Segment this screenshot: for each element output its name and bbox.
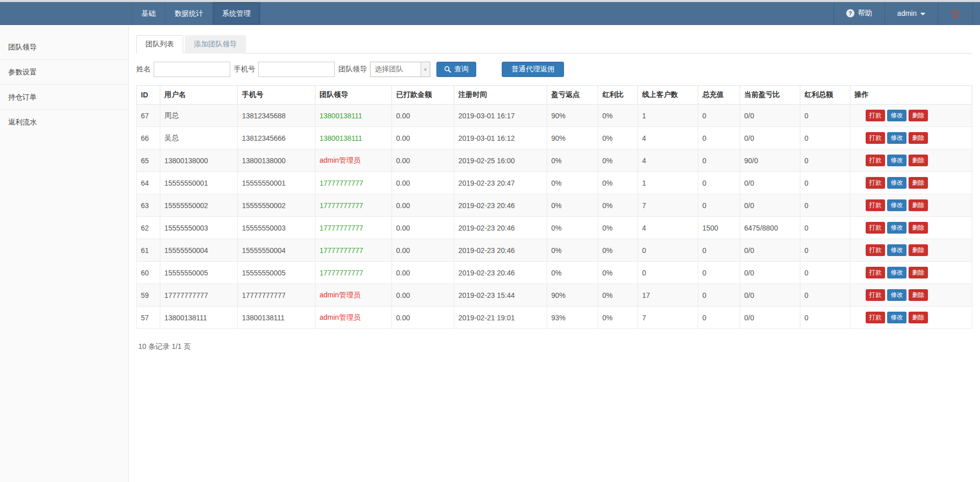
nav-item[interactable]: 系统管理 — [213, 2, 260, 24]
question-circle-icon: ? — [846, 9, 854, 17]
cell-current-pl: 0/0 — [740, 239, 800, 262]
edit-button[interactable]: 修改 — [887, 199, 906, 211]
pay-button[interactable]: 打款 — [866, 312, 885, 323]
delete-button[interactable]: 删除 — [909, 177, 928, 189]
edit-button[interactable]: 修改 — [887, 244, 906, 256]
cell-reg-time: 2019-02-23 20:46 — [454, 239, 547, 262]
sidebar-item[interactable]: 参数设置 — [0, 60, 128, 85]
cell-actions: 打款修改删除 — [850, 239, 972, 262]
name-input[interactable] — [154, 62, 230, 77]
table-row: 601555555000515555550005177777777770.002… — [137, 262, 972, 284]
cell-online-customers: 17 — [638, 284, 698, 307]
main-content: 团队列表添加团队领导 姓名 手机号 团队领导 选择团队 ˅ 查询 普通代理返佣 … — [129, 25, 980, 351]
pay-button[interactable]: 打款 — [866, 155, 885, 166]
cell-pl-rebate: 0% — [547, 172, 598, 194]
edit-button[interactable]: 修改 — [887, 155, 906, 166]
cell-pl-rebate: 0% — [547, 149, 598, 172]
column-header: 用户名 — [160, 86, 238, 105]
cell-leader: 17777777777 — [315, 262, 392, 284]
delete-button[interactable]: 删除 — [909, 289, 928, 301]
cell-phone: 13812345666 — [238, 127, 315, 149]
cell-reg-time: 2019-02-23 20:46 — [454, 262, 547, 284]
cell-total-recharge: 1500 — [698, 217, 740, 239]
phone-label: 手机号 — [234, 65, 255, 74]
help-link[interactable]: ? 帮助 — [834, 2, 885, 24]
sidebar-item[interactable]: 返利流水 — [0, 110, 128, 135]
edit-button[interactable]: 修改 — [887, 222, 906, 234]
team-select[interactable]: 选择团队 ˅ — [370, 62, 430, 77]
pay-button[interactable]: 打款 — [866, 132, 885, 144]
logout-button[interactable] — [938, 2, 973, 24]
table-row: 641555555000115555550001177777777770.002… — [137, 172, 972, 194]
delete-button[interactable]: 删除 — [909, 155, 928, 166]
cell-actions: 打款修改删除 — [850, 172, 972, 194]
cell-paid: 0.00 — [392, 149, 454, 172]
cell-total-recharge: 0 — [698, 127, 740, 149]
delete-button[interactable]: 删除 — [909, 110, 928, 121]
cell-id: 59 — [137, 284, 160, 307]
delete-button[interactable]: 删除 — [909, 199, 928, 211]
cell-reg-time: 2019-02-23 15:44 — [454, 284, 547, 307]
cell-username: 13800138000 — [160, 149, 238, 172]
admin-user-label: admin — [897, 9, 917, 17]
cell-bonus-total: 0 — [800, 105, 850, 127]
cell-username: 13800138111 — [160, 307, 238, 329]
cell-username: 吴总 — [160, 127, 238, 149]
pay-button[interactable]: 打款 — [866, 177, 885, 189]
pay-button[interactable]: 打款 — [866, 289, 885, 301]
phone-input[interactable] — [258, 62, 335, 77]
edit-button[interactable]: 修改 — [887, 110, 906, 121]
cell-online-customers: 4 — [638, 217, 698, 239]
cell-actions: 打款修改删除 — [850, 307, 972, 329]
cell-phone: 17777777777 — [238, 284, 315, 307]
nav-item[interactable]: 数据统计 — [165, 2, 213, 24]
cell-bonus-total: 0 — [800, 284, 850, 307]
tab[interactable]: 团队列表 — [136, 35, 183, 54]
tab[interactable]: 添加团队领导 — [185, 35, 246, 54]
delete-button[interactable]: 删除 — [909, 244, 928, 256]
admin-user-menu[interactable]: admin — [885, 2, 938, 24]
cell-leader: 17777777777 — [315, 239, 392, 262]
column-header: 盈亏返点 — [547, 86, 598, 105]
cell-id: 60 — [137, 262, 160, 284]
filter-bar: 姓名 手机号 团队领导 选择团队 ˅ 查询 普通代理返佣 — [136, 62, 972, 77]
cell-pl-rebate: 0% — [547, 239, 598, 262]
cell-reg-time: 2019-02-21 19:01 — [454, 307, 547, 329]
cell-online-customers: 7 — [638, 194, 698, 217]
edit-button[interactable]: 修改 — [887, 289, 906, 301]
pay-button[interactable]: 打款 — [866, 199, 885, 211]
cell-total-recharge: 0 — [698, 105, 740, 127]
cell-paid: 0.00 — [392, 172, 454, 194]
pay-button[interactable]: 打款 — [866, 222, 885, 234]
cell-bonus-ratio: 0% — [598, 239, 638, 262]
sidebar-item[interactable]: 持仓订单 — [0, 85, 128, 110]
search-button[interactable]: 查询 — [436, 62, 476, 77]
column-header: 团队领导 — [315, 86, 392, 105]
delete-button[interactable]: 删除 — [909, 222, 928, 234]
nav-item[interactable]: 基础 — [132, 2, 165, 24]
cell-bonus-ratio: 0% — [598, 217, 638, 239]
delete-button[interactable]: 删除 — [909, 312, 928, 323]
pay-button[interactable]: 打款 — [866, 267, 885, 278]
edit-button[interactable]: 修改 — [887, 267, 906, 278]
cell-leader: 17777777777 — [315, 194, 392, 217]
cell-current-pl: 0/0 — [740, 105, 800, 127]
cell-leader: admin管理员 — [315, 307, 392, 329]
pay-button[interactable]: 打款 — [866, 244, 885, 256]
cell-current-pl: 0/0 — [740, 127, 800, 149]
cell-current-pl: 0/0 — [740, 262, 800, 284]
delete-button[interactable]: 删除 — [909, 267, 928, 278]
pay-button[interactable]: 打款 — [866, 110, 885, 121]
edit-button[interactable]: 修改 — [887, 177, 906, 189]
delete-button[interactable]: 删除 — [909, 132, 928, 144]
edit-button[interactable]: 修改 — [887, 132, 906, 144]
cell-total-recharge: 0 — [698, 194, 740, 217]
top-navbar: 基础数据统计系统管理 ? 帮助 admin — [0, 2, 980, 25]
sidebar-item[interactable]: 团队领导 — [0, 35, 128, 60]
team-leader-table: ID用户名手机号团队领导已打款金额注册时间盈亏返点红利比线上客户数总充值当前盈亏… — [136, 85, 972, 329]
agent-rebate-button[interactable]: 普通代理返佣 — [502, 62, 564, 77]
table-row: 631555555000215555550002177777777770.002… — [137, 194, 972, 217]
cell-phone: 15555550003 — [238, 217, 315, 239]
edit-button[interactable]: 修改 — [887, 312, 906, 323]
cell-username: 15555550004 — [160, 239, 238, 262]
